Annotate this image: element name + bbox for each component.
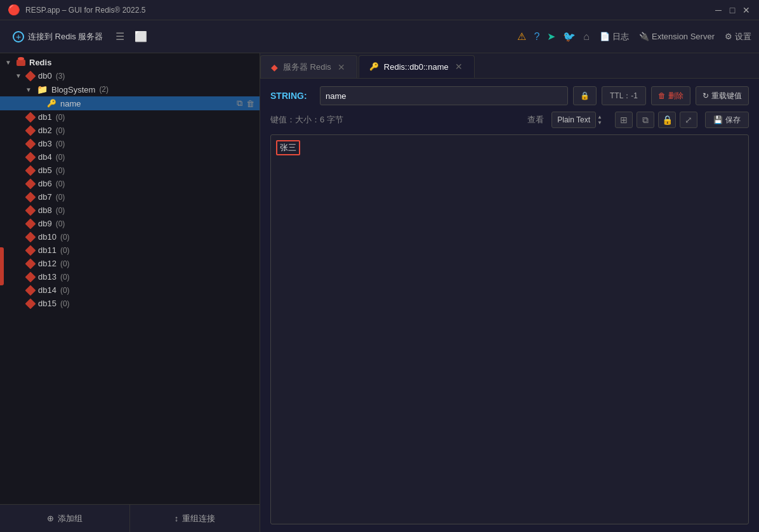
sidebar-item-name-key[interactable]: 🔑 name ⧉ 🗑 bbox=[0, 96, 260, 110]
db14-badge: (0) bbox=[60, 286, 70, 295]
extension-icon: 🔌 bbox=[639, 32, 649, 41]
left-edge-indicator bbox=[0, 247, 4, 285]
app-title: RESP.app – GUI for Redis® 2022.5 bbox=[25, 6, 145, 15]
sidebar-item-db0[interactable]: ▼ db0 (3) bbox=[0, 69, 260, 82]
db13-label: db13 bbox=[38, 272, 56, 282]
sidebar-item-db14[interactable]: db14 (0) bbox=[0, 283, 260, 297]
db3-badge: (0) bbox=[56, 139, 65, 148]
sidebar-item-db6[interactable]: db6 (0) bbox=[0, 177, 260, 190]
reload-key-button[interactable]: ↻ 重载键值 bbox=[696, 86, 749, 105]
toolbar-right: ⚠ ? ➤ 🐦 ⌂ 📄 日志 🔌 Extension Server ⚙ 设置 bbox=[517, 30, 751, 42]
db10-badge: (0) bbox=[60, 233, 70, 242]
sidebar-tree[interactable]: ▼ Redis ▼ db0 (3) ▼ 📁 BlogSystem (2) bbox=[0, 53, 260, 504]
db2-label: db2 bbox=[38, 126, 52, 135]
key-type-label: STRING: bbox=[270, 91, 315, 101]
copy-key-button[interactable]: ⧉ bbox=[237, 98, 242, 108]
db4-badge: (0) bbox=[56, 153, 65, 162]
db2-badge: (0) bbox=[56, 126, 65, 135]
sidebar-item-db13[interactable]: db13 (0) bbox=[0, 270, 260, 283]
title-bar: 🔴 RESP.app – GUI for Redis® 2022.5 ─ □ ✕ bbox=[0, 0, 759, 20]
fullscreen-button[interactable]: ⤢ bbox=[680, 112, 697, 128]
sidebar-item-blogsystem[interactable]: ▼ 📁 BlogSystem (2) bbox=[0, 82, 260, 96]
save-label: 保存 bbox=[725, 115, 741, 126]
db14-label: db14 bbox=[38, 285, 56, 295]
db0-icon bbox=[25, 70, 36, 81]
minimize-button[interactable]: ─ bbox=[713, 5, 723, 15]
tree-arrow-db0: ▼ bbox=[15, 72, 23, 79]
list-view-button[interactable]: ☰ bbox=[113, 28, 127, 45]
sidebar-item-db1[interactable]: ▶ db1 (0) bbox=[0, 110, 260, 124]
delete-key-button[interactable]: 🗑 删除 bbox=[651, 86, 690, 105]
format-button[interactable]: ⊞ bbox=[615, 112, 633, 128]
db5-icon bbox=[25, 165, 36, 176]
sidebar-item-redis-root[interactable]: ▼ Redis bbox=[0, 56, 260, 69]
sidebar-item-db9[interactable]: db9 (0) bbox=[0, 217, 260, 230]
db2-icon bbox=[25, 125, 36, 136]
sidebar-item-db12[interactable]: db12 (0) bbox=[0, 257, 260, 270]
name-key-actions: ⧉ 🗑 bbox=[237, 98, 254, 108]
extension-server-nav-item[interactable]: 🔌 Extension Server bbox=[639, 32, 715, 41]
db15-label: db15 bbox=[38, 299, 56, 308]
view-label: 查看 bbox=[527, 114, 544, 126]
view-mode-down-button[interactable]: ▼ bbox=[597, 120, 602, 126]
view-mode-arrows: ▲ ▼ bbox=[597, 115, 602, 126]
db15-badge: (0) bbox=[60, 299, 70, 308]
key-editor-header: STRING: 🔒 TTL：-1 🗑 删除 ↻ 重载键值 bbox=[270, 86, 749, 105]
sidebar-item-db4[interactable]: db4 (0) bbox=[0, 150, 260, 164]
close-button[interactable]: ✕ bbox=[741, 5, 751, 15]
sidebar-item-db15[interactable]: db15 (0) bbox=[0, 297, 260, 310]
key-tab-close-button[interactable]: ✕ bbox=[454, 62, 464, 72]
sidebar-item-db8[interactable]: db8 (0) bbox=[0, 204, 260, 217]
connect-icon: + bbox=[13, 31, 24, 42]
add-group-button[interactable]: ⊕ 添加组 bbox=[0, 505, 130, 532]
sidebar-item-db10[interactable]: db10 (0) bbox=[0, 230, 260, 243]
view-mode-up-button[interactable]: ▲ bbox=[597, 115, 602, 120]
lock-button[interactable]: 🔒 bbox=[658, 112, 676, 128]
app-icon: 🔴 bbox=[8, 4, 20, 16]
delete-key-button[interactable]: 🗑 bbox=[246, 98, 254, 108]
db0-label: db0 bbox=[38, 71, 52, 81]
db7-label: db7 bbox=[38, 192, 52, 202]
db9-icon bbox=[25, 218, 36, 229]
db3-label: db3 bbox=[38, 139, 52, 148]
db11-icon bbox=[25, 245, 36, 256]
split-view-button[interactable]: ⬜ bbox=[132, 28, 150, 45]
key-tab-label: Redis::db0::name bbox=[384, 62, 449, 72]
sidebar-item-db5[interactable]: db5 (0) bbox=[0, 164, 260, 177]
sidebar-item-db7[interactable]: db7 (0) bbox=[0, 190, 260, 204]
key-tab-icon: 🔑 bbox=[369, 62, 379, 71]
redis-root-label: Redis bbox=[29, 58, 51, 67]
alert-icon: ⚠ bbox=[517, 30, 526, 42]
connect-server-button[interactable]: + 连接到 Redis 服务器 bbox=[8, 29, 108, 45]
db9-label: db9 bbox=[38, 219, 52, 228]
tab-server-redis[interactable]: ◆ 服务器 Redis ✕ bbox=[260, 55, 357, 78]
value-area[interactable]: 张三 bbox=[270, 134, 749, 524]
server-tab-close-button[interactable]: ✕ bbox=[336, 62, 346, 72]
reconnect-label: 重组连接 bbox=[182, 513, 215, 524]
reconnect-button[interactable]: ↕ 重组连接 bbox=[130, 505, 260, 532]
sidebar-footer: ⊕ 添加组 ↕ 重组连接 bbox=[0, 504, 260, 532]
toolbar-left: + 连接到 Redis 服务器 ☰ ⬜ bbox=[8, 28, 150, 45]
sidebar-item-db3[interactable]: db3 (0) bbox=[0, 137, 260, 150]
delete-label: 删除 bbox=[668, 91, 683, 101]
key-icon-button[interactable]: 🔒 bbox=[573, 86, 597, 105]
copy-value-button[interactable]: ⧉ bbox=[637, 112, 654, 128]
title-bar-controls: ─ □ ✕ bbox=[713, 5, 751, 15]
sidebar-item-db11[interactable]: db11 (0) bbox=[0, 243, 260, 257]
db8-badge: (0) bbox=[56, 206, 65, 215]
sidebar: ▼ Redis ▼ db0 (3) ▼ 📁 BlogSystem (2) bbox=[0, 53, 260, 532]
key-info-bar: 键值：大小：6 字节 查看 Plain Text ▲ ▼ ⊞ ⧉ 🔒 ⤢ 💾 bbox=[270, 112, 749, 128]
reconnect-icon: ↕ bbox=[175, 514, 179, 523]
logs-nav-item[interactable]: 📄 日志 bbox=[600, 31, 629, 42]
key-name-input[interactable] bbox=[320, 86, 568, 105]
db13-icon bbox=[25, 271, 36, 282]
sidebar-item-db2[interactable]: db2 (0) bbox=[0, 124, 260, 137]
tab-key-name[interactable]: 🔑 Redis::db0::name ✕ bbox=[359, 55, 475, 78]
db0-badge: (3) bbox=[56, 72, 65, 81]
settings-nav-item[interactable]: ⚙ 设置 bbox=[725, 31, 751, 42]
delete-icon: 🗑 bbox=[658, 91, 666, 100]
maximize-button[interactable]: □ bbox=[727, 5, 737, 15]
save-button[interactable]: 💾 保存 bbox=[705, 112, 749, 128]
db5-badge: (0) bbox=[56, 166, 65, 175]
server-tab-icon: ◆ bbox=[271, 62, 278, 72]
